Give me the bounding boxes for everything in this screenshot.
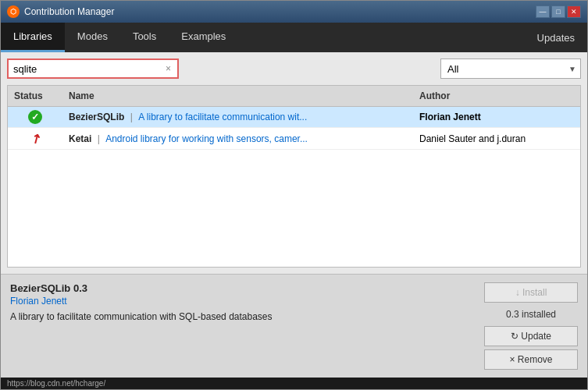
status-ok-icon: ✓ <box>28 110 42 124</box>
author-name-2: Daniel Sauter and j.duran <box>419 133 526 144</box>
scroll-cell-2 <box>569 136 580 142</box>
action-buttons: ↓ Install 0.3 installed ↻ Update × Remov… <box>484 282 578 370</box>
table-row[interactable]: ✓ BezierSQLib | A library to facilitate … <box>8 107 580 128</box>
title-bar: ⬡ Contribution Manager — □ ✕ <box>1 1 587 23</box>
app-icon: ⬡ <box>7 5 20 18</box>
lib-desc-1: A library to facilitate communication wi… <box>138 112 307 122</box>
lib-name-1: BezierSQLib <box>69 112 124 122</box>
status-cell-2: ↗ <box>8 128 62 149</box>
update-button[interactable]: ↻ Update <box>484 326 578 346</box>
status-cell-1: ✓ <box>8 107 62 127</box>
header-name: Name <box>62 89 413 103</box>
search-row: × All Installed Not Installed <box>7 58 581 79</box>
filter-dropdown-wrap: All Installed Not Installed <box>440 58 581 79</box>
install-button[interactable]: ↓ Install <box>484 282 578 303</box>
scroll-cell-1 <box>569 114 580 120</box>
window-controls: — □ ✕ <box>536 5 581 18</box>
content-area: × All Installed Not Installed Status Nam… <box>1 52 587 274</box>
tab-examples[interactable]: Examples <box>169 23 238 52</box>
minimize-button[interactable]: — <box>536 5 550 18</box>
url-bar: https://blog.cdn.net/hcharge/ <box>1 378 587 389</box>
close-button[interactable]: ✕ <box>567 5 581 18</box>
tab-libraries[interactable]: Libraries <box>1 23 65 52</box>
author-cell-1: Florian Jenett <box>413 108 569 126</box>
updates-button[interactable]: Updates <box>525 23 587 52</box>
bottom-panel: BezierSQLib 0.3 Florian Jenett A library… <box>1 274 587 378</box>
menu-bar: Libraries Modes Tools Examples Updates <box>1 23 587 52</box>
header-author: Author <box>413 89 569 103</box>
search-box[interactable]: × <box>7 58 179 79</box>
tab-modes[interactable]: Modes <box>65 23 120 52</box>
search-clear-button[interactable]: × <box>164 63 173 74</box>
window-title: Contribution Manager <box>24 6 536 17</box>
table-body: ✓ BezierSQLib | A library to facilitate … <box>8 107 580 267</box>
name-cell-1: BezierSQLib | A library to facilitate co… <box>62 108 413 126</box>
library-table: Status Name Author ✓ BezierSQLib <box>7 85 581 268</box>
author-name-1: Florian Jenett <box>419 112 481 122</box>
name-cell-2: Ketai | Android library for working with… <box>62 130 413 147</box>
main-window: ⬡ Contribution Manager — □ ✕ Libraries M… <box>0 0 588 390</box>
bottom-info: BezierSQLib 0.3 Florian Jenett A library… <box>10 282 475 370</box>
lib-name-2: Ketai <box>69 133 91 144</box>
header-status: Status <box>8 89 62 103</box>
tab-tools[interactable]: Tools <box>120 23 169 52</box>
selected-lib-title: BezierSQLib 0.3 <box>10 282 475 294</box>
installed-label: 0.3 installed <box>484 306 578 323</box>
header-scroll <box>569 89 581 103</box>
table-row[interactable]: ↗ Ketai | Android library for working wi… <box>8 128 580 150</box>
selected-lib-description: A library to facilitate communication wi… <box>10 311 475 322</box>
lib-sep-1: | <box>130 112 135 122</box>
selected-lib-author: Florian Jenett <box>10 296 475 307</box>
lib-sep-2: | <box>98 133 102 144</box>
filter-dropdown[interactable]: All Installed Not Installed <box>440 58 581 79</box>
remove-button[interactable]: × Remove <box>484 349 578 370</box>
status-arrow-icon: ↗ <box>27 129 44 147</box>
author-cell-2: Daniel Sauter and j.duran <box>413 130 569 147</box>
table-header: Status Name Author <box>8 86 580 107</box>
search-input[interactable] <box>13 63 164 75</box>
maximize-button[interactable]: □ <box>551 5 565 18</box>
lib-desc-2: Android library for working with sensors… <box>105 133 308 144</box>
